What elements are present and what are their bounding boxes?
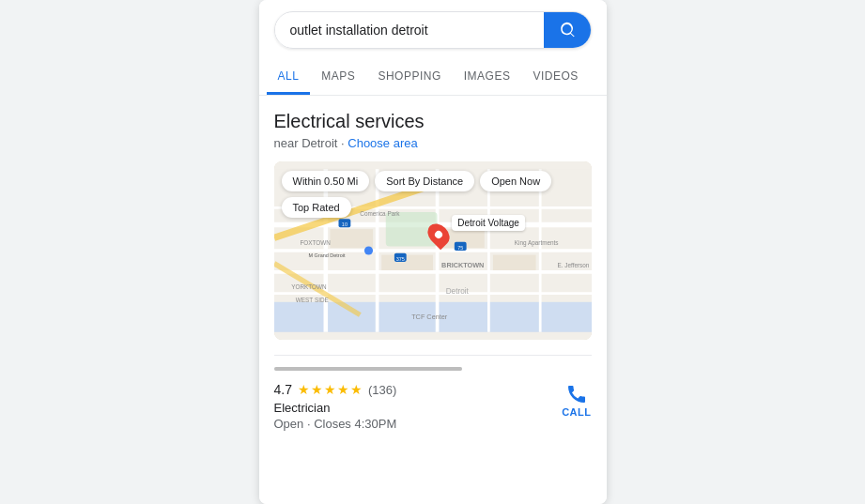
search-bar [274,11,592,49]
stars: ★ ★ ★ ★ ★ [298,382,363,397]
tab-shopping[interactable]: SHOPPING [366,60,452,95]
phone-frame: ALL MAPS SHOPPING IMAGES VIDEOS Electric… [259,0,607,504]
star-5: ★ [350,382,363,397]
star-1: ★ [298,382,310,397]
hours: Open · Closes 4:30PM [274,417,397,431]
search-input[interactable] [275,13,544,47]
result-card: 4.7 ★ ★ ★ ★ ★ (136) Electrician Open · C… [274,355,592,431]
star-4: ★ [337,382,349,397]
svg-point-34 [363,246,372,254]
search-button[interactable] [544,12,591,48]
svg-text:Detroit: Detroit [445,287,469,296]
svg-text:M Grand Detroit: M Grand Detroit [308,252,345,258]
map-container[interactable]: FOXTOWN BRICKTOWN YORKTOWN Detroit King … [274,161,592,340]
svg-rect-18 [492,255,535,270]
main-content: Electrical services near Detroit · Choos… [259,96,607,504]
svg-rect-15 [330,229,373,248]
business-type: Electrician [274,401,397,415]
svg-text:BRICKTOWN: BRICKTOWN [441,261,484,269]
search-icon [559,22,576,38]
progress-bar [274,367,462,371]
svg-text:WEST SIDE: WEST SIDE [295,297,328,303]
svg-text:E. Jefferson: E. Jefferson [557,262,589,268]
svg-text:FOXTOWN: FOXTOWN [300,239,331,246]
map-marker: Detroit Voltage [429,222,448,247]
filter-sort[interactable]: Sort By Distance [375,171,474,191]
svg-text:75: 75 [457,245,463,251]
svg-text:375: 375 [395,256,404,262]
section-subtitle: near Detroit · Choose area [274,136,592,150]
tab-all[interactable]: ALL [267,60,311,95]
tab-maps[interactable]: MAPS [310,60,366,95]
svg-rect-16 [381,255,433,270]
section-title: Electrical services [274,111,592,132]
tab-images[interactable]: IMAGES [453,60,522,95]
filter-rated[interactable]: Top Rated [282,197,351,218]
svg-text:King Apartments: King Apartments [514,239,558,247]
map-background: FOXTOWN BRICKTOWN YORKTOWN Detroit King … [274,161,592,340]
review-count: (136) [368,383,396,397]
marker-label: Detroit Voltage [452,215,525,231]
rating-row: 4.7 ★ ★ ★ ★ ★ (136) [274,382,397,397]
near-label: near Detroit · [274,136,348,150]
star-2: ★ [311,382,323,397]
search-bar-container [259,0,607,60]
svg-text:10: 10 [341,221,347,227]
progress-bar-container [274,367,592,371]
progress-bar-fill [274,367,462,371]
svg-text:TCF Center: TCF Center [411,313,448,321]
svg-text:YORKTOWN: YORKTOWN [291,283,327,290]
rating-number: 4.7 [274,382,292,397]
choose-area-link[interactable]: Choose area [348,136,417,150]
filter-open[interactable]: Open Now [480,171,551,191]
call-label: CALL [562,406,591,418]
result-row: 4.7 ★ ★ ★ ★ ★ (136) Electrician Open · C… [274,382,592,431]
call-icon [565,382,588,405]
star-3: ★ [324,382,336,397]
filter-pills: Within 0.50 Mi Sort By Distance Open Now… [282,171,584,218]
tab-videos[interactable]: VIDEOS [521,60,589,95]
tabs-bar: ALL MAPS SHOPPING IMAGES VIDEOS [259,60,607,96]
call-button[interactable]: CALL [562,382,591,418]
filter-within[interactable]: Within 0.50 Mi [282,171,370,191]
result-info: 4.7 ★ ★ ★ ★ ★ (136) Electrician Open · C… [274,382,397,431]
